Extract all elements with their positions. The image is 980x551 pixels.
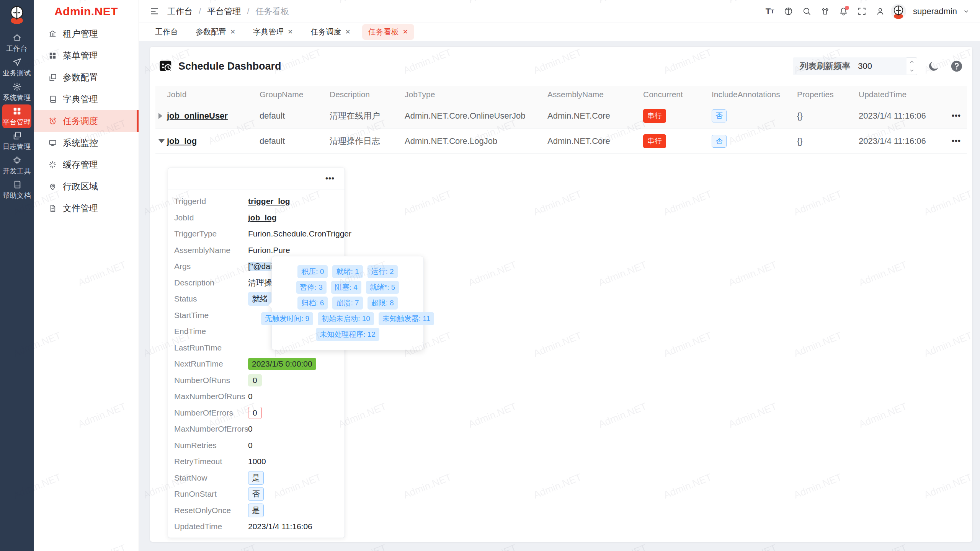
rail-item-dev-tools[interactable]: 开发工具 (2, 153, 31, 177)
schedule-dashboard-icon (158, 59, 173, 73)
notification-badge-dot (845, 6, 849, 10)
home-icon (12, 33, 22, 42)
rail-item-workbench[interactable]: 工作台 (2, 31, 31, 55)
run-on-start-badge: 否 (248, 487, 264, 501)
rail-item-system-mgmt[interactable]: 系统管理 (2, 80, 31, 104)
app-root: 工作台 业务测试 系统管理 平台管理 日志管理 开发工具 帮助文档 Admin.… (0, 0, 980, 551)
trigger-id-link[interactable]: trigger_log (248, 197, 290, 206)
status-legend-tooltip: 积压: 0 就绪: 1 运行: 2 暂停: 3 阻塞: 4 就绪*: 5 归档:… (271, 256, 424, 350)
breadcrumb-platform[interactable]: 平台管理 (207, 6, 241, 17)
tab-dashboard[interactable]: 任务看板 ✕ (362, 24, 414, 40)
menu-grid-icon (48, 51, 57, 60)
document-icon (48, 204, 57, 213)
close-icon[interactable]: ✕ (287, 28, 293, 36)
brand-logo-text: Admin.NET (34, 0, 139, 23)
page-title: Schedule Dashboard (178, 60, 281, 72)
rail-item-platform-mgmt[interactable]: 平台管理 (2, 104, 31, 128)
sidebar-item-schedule[interactable]: 任务调度 (34, 110, 139, 132)
stepper-down-icon[interactable] (906, 66, 917, 75)
user-avatar[interactable] (891, 4, 906, 19)
main-area: 工作台 / 平台管理 / 任务看板 TT (139, 0, 980, 551)
include-annotations-badge: 否 (712, 109, 727, 122)
sidebar-item-config[interactable]: 参数配置 (34, 67, 139, 88)
table-header-row: JobId GroupName Description JobType Asse… (155, 86, 967, 103)
number-of-errors-badge: 0 (248, 407, 262, 419)
close-icon[interactable]: ✕ (345, 28, 351, 36)
tab-bar: 工作台 参数配置 ✕ 字典管理 ✕ 任务调度 ✕ 任务看板 ✕ (139, 23, 980, 41)
collapse-menu-icon[interactable] (147, 4, 162, 19)
chevron-down-icon[interactable] (962, 4, 971, 19)
monitor-icon (48, 139, 57, 147)
number-stepper (906, 57, 917, 75)
job-id-link[interactable]: job_log (167, 136, 260, 146)
tab-workbench[interactable]: 工作台 (149, 24, 184, 40)
copy-docs-icon (12, 131, 22, 140)
font-size-icon[interactable]: TT (762, 4, 777, 19)
fullscreen-icon[interactable] (854, 4, 869, 19)
start-now-badge: 是 (248, 471, 264, 485)
breadcrumb: 工作台 / 平台管理 / 任务看板 (167, 6, 289, 17)
dark-mode-moon-icon[interactable] (927, 60, 940, 73)
sidebar-item-menu[interactable]: 菜单管理 (34, 45, 139, 67)
job-id-link[interactable]: job_onlineUser (167, 111, 260, 121)
location-pin-icon (48, 182, 57, 191)
tab-schedule[interactable]: 任务调度 ✕ (305, 24, 357, 40)
notebook-icon (12, 180, 22, 189)
paper-plane-icon (12, 57, 22, 67)
table-row: job_log default 清理操作日志 Admin.NET.Core.Lo… (155, 129, 967, 154)
concurrent-badge: 串行 (643, 134, 666, 148)
content-area: Schedule Dashboard 列表刷新频率 300 (139, 41, 980, 551)
username[interactable]: superadmin (913, 7, 957, 16)
close-icon[interactable]: ✕ (230, 28, 235, 36)
include-annotations-badge: 否 (712, 135, 727, 148)
close-icon[interactable]: ✕ (403, 28, 408, 36)
left-rail: 工作台 业务测试 系统管理 平台管理 日志管理 开发工具 帮助文档 (0, 0, 34, 551)
reset-only-once-badge: 是 (248, 504, 264, 517)
collapse-icon[interactable] (158, 139, 165, 143)
theme-shirt-icon[interactable] (817, 4, 833, 19)
rail-item-business-test[interactable]: 业务测试 (2, 55, 31, 79)
sidebar-item-cache[interactable]: 缓存管理 (34, 154, 139, 176)
tab-dict[interactable]: 字典管理 ✕ (247, 24, 299, 40)
status-badge[interactable]: 就绪 (248, 292, 272, 306)
breadcrumb-workbench[interactable]: 工作台 (167, 6, 193, 17)
refresh-control: 列表刷新频率 300 (793, 57, 963, 75)
language-icon[interactable] (781, 4, 796, 19)
search-icon[interactable] (799, 4, 814, 19)
notification-bell-icon[interactable] (836, 4, 851, 19)
sidebar-item-region[interactable]: 行政区域 (34, 176, 139, 197)
mascot-logo-icon[interactable] (6, 4, 28, 25)
user-profile-icon[interactable] (872, 4, 888, 19)
help-icon[interactable] (950, 60, 963, 73)
cpu-chip-icon (12, 155, 22, 165)
trigger-detail-panel: ••• TriggerIdtrigger_log JobIdjob_log Tr… (168, 168, 345, 538)
bank-icon (48, 29, 57, 38)
sidebar-item-tenant[interactable]: 租户管理 (34, 23, 139, 45)
refresh-rate-value: 300 (858, 61, 872, 71)
row-actions-more-icon[interactable]: ••• (952, 111, 971, 120)
top-header: 工作台 / 平台管理 / 任务看板 TT (139, 0, 980, 23)
stepper-up-icon[interactable] (906, 58, 917, 66)
row-actions-more-icon[interactable]: ••• (952, 137, 971, 145)
sidebar-item-file[interactable]: 文件管理 (34, 197, 139, 219)
concurrent-badge: 串行 (643, 109, 666, 123)
gear-icon (12, 82, 22, 91)
sidebar-item-dict[interactable]: 字典管理 (34, 88, 139, 110)
alarm-clock-icon (48, 117, 57, 126)
sidebar: Admin.NET 租户管理 菜单管理 参数配置 字典管理 任务调度 系统监控 … (34, 0, 139, 551)
book-icon (48, 95, 57, 104)
panel-actions-more-icon[interactable]: ••• (325, 174, 335, 183)
sidebar-item-monitor[interactable]: 系统监控 (34, 132, 139, 154)
loading-spokes-icon (48, 160, 57, 169)
tab-config[interactable]: 参数配置 ✕ (189, 24, 242, 40)
refresh-rate-input[interactable]: 列表刷新频率 300 (793, 57, 906, 75)
table-row: job_onlineUser default 清理在线用户 Admin.NET.… (155, 103, 967, 129)
rail-item-log-mgmt[interactable]: 日志管理 (2, 129, 31, 153)
next-run-time-badge: 2023/1/5 0:00:00 (248, 358, 316, 370)
job-id-link[interactable]: job_log (248, 213, 277, 222)
rail-item-help-docs[interactable]: 帮助文档 (2, 178, 31, 202)
breadcrumb-current: 任务看板 (255, 6, 289, 17)
grid-icon (12, 106, 22, 116)
dashboard-card: Schedule Dashboard 列表刷新频率 300 (150, 47, 972, 542)
expand-icon[interactable] (158, 113, 162, 119)
